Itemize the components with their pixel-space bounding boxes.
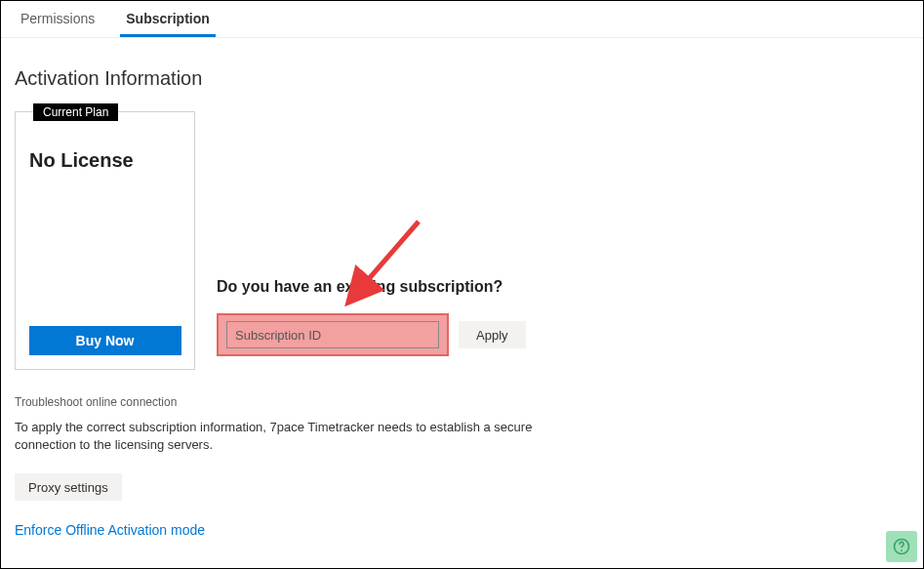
subscription-id-input[interactable] [226, 321, 439, 348]
tab-permissions[interactable]: Permissions [15, 1, 100, 37]
svg-point-3 [901, 549, 903, 551]
help-button[interactable] [886, 531, 917, 562]
content-area: Activation Information Current Plan No L… [1, 38, 923, 538]
troubleshoot-description: To apply the correct subscription inform… [15, 419, 542, 454]
activation-row: Current Plan No License Buy Now Do you h… [15, 111, 909, 370]
subscription-input-row: Apply [217, 313, 526, 356]
subscription-input-highlight [217, 313, 449, 356]
tab-subscription[interactable]: Subscription [120, 1, 216, 37]
page-title: Activation Information [15, 67, 909, 90]
buy-now-button[interactable]: Buy Now [29, 326, 181, 355]
current-plan-badge: Current Plan [33, 103, 118, 121]
subscription-question: Do you have an existing subscription? [217, 278, 526, 296]
tabs-bar: Permissions Subscription [1, 1, 923, 38]
app-frame: Permissions Subscription Activation Info… [0, 0, 924, 569]
apply-button[interactable]: Apply [459, 321, 526, 348]
proxy-settings-button[interactable]: Proxy settings [15, 473, 122, 501]
plan-name: No License [16, 149, 134, 172]
help-icon [892, 537, 911, 556]
subscription-block: Do you have an existing subscription? Ap… [217, 278, 526, 370]
enforce-offline-link[interactable]: Enforce Offline Activation mode [15, 522, 205, 538]
troubleshoot-title: Troubleshoot online connection [15, 395, 909, 409]
current-plan-card: Current Plan No License Buy Now [15, 111, 195, 370]
